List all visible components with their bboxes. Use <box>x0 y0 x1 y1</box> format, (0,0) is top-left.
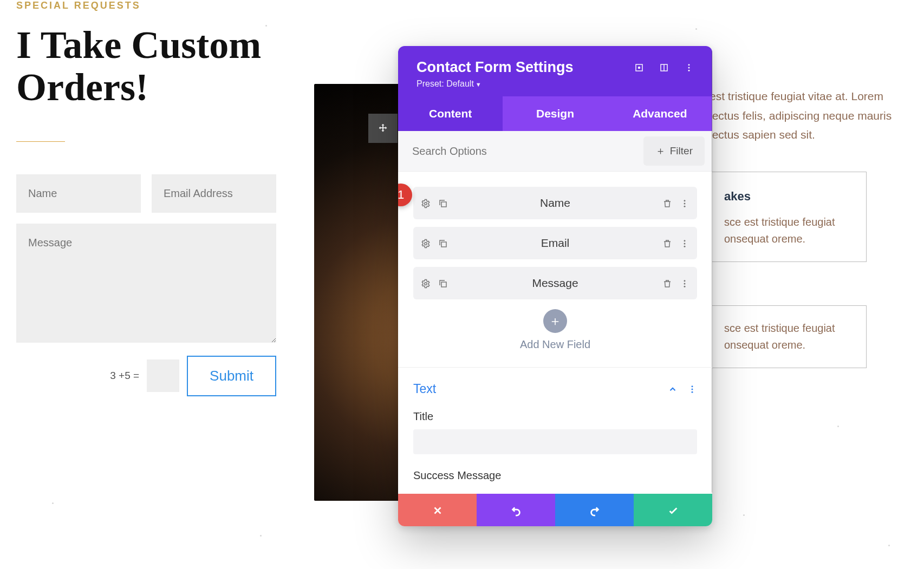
svg-point-21 <box>684 286 686 287</box>
trash-icon[interactable] <box>662 238 672 249</box>
svg-point-4 <box>688 64 690 66</box>
redo-icon <box>589 503 601 517</box>
svg-point-24 <box>692 391 693 393</box>
svg-point-12 <box>425 243 427 245</box>
field-label: Message <box>448 277 662 290</box>
close-icon <box>432 503 444 517</box>
svg-point-7 <box>425 202 427 205</box>
intro-paragraph: est tristique feugiat vitae at. Lorem le… <box>710 87 894 145</box>
divider <box>16 141 65 142</box>
svg-point-5 <box>688 67 690 69</box>
svg-point-14 <box>684 240 686 241</box>
modal-footer <box>398 494 712 526</box>
submit-button[interactable]: Submit <box>187 356 276 396</box>
email-input[interactable] <box>152 174 276 213</box>
plus-icon: ＋ <box>655 144 666 158</box>
settings-modal: Contact Form Settings Preset: Default▼ C… <box>398 46 712 526</box>
add-field-label: Add New Field <box>413 338 697 351</box>
svg-point-20 <box>684 283 686 284</box>
step-badge: 1 <box>398 184 412 206</box>
undo-button[interactable] <box>477 494 555 526</box>
svg-rect-13 <box>441 242 446 247</box>
field-label: Name <box>448 197 662 210</box>
svg-rect-18 <box>441 282 446 287</box>
tab-design[interactable]: Design <box>503 96 607 131</box>
columns-icon[interactable] <box>659 62 669 73</box>
gear-icon[interactable] <box>421 198 431 209</box>
gear-icon[interactable] <box>421 238 431 249</box>
captcha-label: 3 +5 = <box>110 370 139 382</box>
trash-icon[interactable] <box>662 278 672 289</box>
svg-point-23 <box>692 389 693 390</box>
title-label: Title <box>413 410 697 423</box>
page-heading: I Take Custom Orders! <box>16 24 276 109</box>
message-input[interactable] <box>16 224 276 343</box>
svg-point-16 <box>684 246 686 247</box>
modal-header: Contact Form Settings Preset: Default▼ <box>398 46 712 96</box>
kebab-icon[interactable] <box>680 198 689 209</box>
kebab-icon[interactable] <box>684 62 694 73</box>
kebab-icon[interactable] <box>687 383 697 395</box>
search-input[interactable] <box>398 133 636 169</box>
check-icon <box>667 503 679 517</box>
divider <box>398 367 712 368</box>
gear-icon[interactable] <box>421 278 431 289</box>
card-body: sce est tristique feugiat onsequat oreme… <box>724 320 866 354</box>
filter-button[interactable]: ＋ Filter <box>643 136 705 166</box>
eyebrow: SPECIAL REQUESTS <box>16 0 276 11</box>
expand-icon[interactable] <box>634 62 644 73</box>
preset-label: Preset: Default <box>417 79 474 88</box>
svg-point-10 <box>684 202 686 204</box>
svg-point-19 <box>684 280 686 282</box>
modal-title: Contact Form Settings <box>417 59 574 76</box>
info-card: akes sce est tristique feugiat onsequat … <box>710 172 867 262</box>
card-body: sce est tristique feugiat onsequat oreme… <box>724 214 866 247</box>
save-button[interactable] <box>634 494 712 526</box>
field-row-name[interactable]: Name <box>413 187 697 219</box>
move-icon <box>377 121 389 135</box>
svg-point-1 <box>639 67 640 69</box>
name-input[interactable] <box>16 174 141 213</box>
cancel-button[interactable] <box>398 494 477 526</box>
info-card: sce est tristique feugiat onsequat oreme… <box>710 305 867 368</box>
duplicate-icon[interactable] <box>438 238 448 249</box>
card-title: akes <box>724 186 866 206</box>
tab-content[interactable]: Content <box>398 96 503 131</box>
svg-point-6 <box>688 70 690 71</box>
svg-point-11 <box>684 206 686 207</box>
add-field-button[interactable]: ＋ <box>543 309 567 333</box>
success-message-label: Success Message <box>413 469 697 482</box>
plus-icon: ＋ <box>549 313 562 328</box>
caret-down-icon: ▼ <box>476 81 481 88</box>
redo-button[interactable] <box>555 494 634 526</box>
tabs: Content Design Advanced <box>398 96 712 131</box>
svg-point-17 <box>425 283 427 285</box>
svg-point-15 <box>684 243 686 244</box>
kebab-icon[interactable] <box>680 278 689 289</box>
field-row-email[interactable]: Email <box>413 227 697 259</box>
kebab-icon[interactable] <box>680 238 689 249</box>
captcha-input[interactable] <box>147 359 179 392</box>
contact-form: 3 +5 = Submit <box>16 174 276 396</box>
svg-point-22 <box>692 386 693 388</box>
duplicate-icon[interactable] <box>438 198 448 209</box>
tab-advanced[interactable]: Advanced <box>608 96 712 131</box>
move-handle[interactable] <box>368 114 398 143</box>
filter-label: Filter <box>670 145 693 157</box>
svg-point-9 <box>684 200 686 201</box>
trash-icon[interactable] <box>662 198 672 209</box>
title-input[interactable] <box>413 429 697 454</box>
chevron-up-icon[interactable] <box>668 383 678 395</box>
field-row-message[interactable]: Message <box>413 267 697 299</box>
field-label: Email <box>448 237 662 250</box>
preset-selector[interactable]: Preset: Default▼ <box>417 79 694 89</box>
duplicate-icon[interactable] <box>438 278 448 289</box>
section-title-text[interactable]: Text <box>413 382 436 396</box>
undo-icon <box>510 503 522 517</box>
svg-rect-8 <box>441 202 446 207</box>
